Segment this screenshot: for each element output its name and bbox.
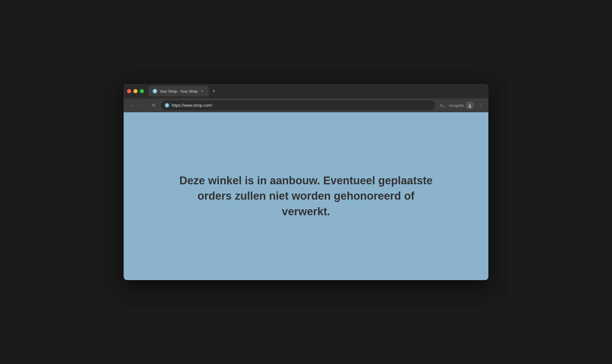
- tab-bar: Your Shop - Your Shop ✕ +: [149, 86, 485, 96]
- page-content: Deze winkel is in aanbouw. Eventueel gep…: [124, 112, 488, 280]
- svg-point-8: [469, 104, 470, 105]
- new-tab-button[interactable]: +: [210, 87, 218, 95]
- minimize-button[interactable]: [133, 89, 138, 93]
- address-favicon-icon: [165, 103, 169, 108]
- title-bar: Your Shop - Your Shop ✕ +: [124, 84, 488, 98]
- active-tab[interactable]: Your Shop - Your Shop ✕: [149, 86, 209, 96]
- address-bar[interactable]: https://www.shop.com/: [161, 100, 435, 110]
- menu-button[interactable]: ⋮: [476, 101, 484, 109]
- tab-title: Your Shop - Your Shop: [160, 89, 198, 93]
- close-button[interactable]: [127, 89, 131, 93]
- svg-text:A: A: [440, 104, 442, 107]
- forward-button[interactable]: →: [139, 101, 147, 109]
- incognito-icon: [466, 101, 474, 109]
- incognito-badge: Incognito: [449, 101, 474, 109]
- back-button[interactable]: ←: [128, 101, 136, 109]
- browser-window: Your Shop - Your Shop ✕ + ← → ↻ https://…: [124, 84, 488, 280]
- page-message: Deze winkel is in aanbouw. Eventueel gep…: [176, 173, 436, 219]
- maximize-button[interactable]: [140, 89, 144, 93]
- svg-point-7: [468, 106, 471, 108]
- svg-text:文: 文: [442, 105, 445, 108]
- incognito-label: Incognito: [449, 103, 464, 108]
- nav-bar: ← → ↻ https://www.shop.com/ A 文: [124, 98, 488, 112]
- tab-favicon-icon: [153, 89, 157, 93]
- under-construction-message: Deze winkel is in aanbouw. Eventueel gep…: [176, 173, 436, 219]
- svg-point-9: [470, 104, 471, 105]
- nav-actions: A 文 Incognito ⋮: [438, 101, 484, 109]
- address-text: https://www.shop.com/: [172, 103, 431, 108]
- traffic-lights: [127, 89, 144, 93]
- translate-button[interactable]: A 文: [438, 101, 446, 109]
- tab-close-button[interactable]: ✕: [200, 89, 205, 93]
- reload-button[interactable]: ↻: [150, 101, 158, 109]
